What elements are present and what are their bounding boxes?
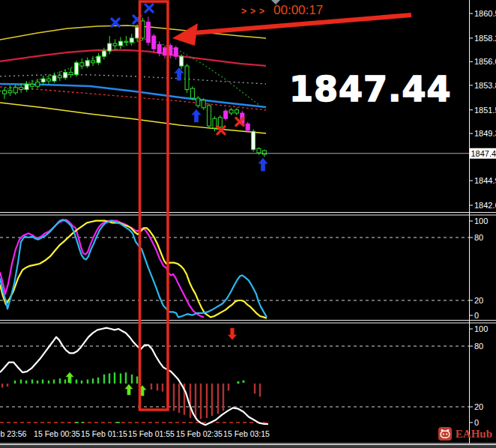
histogram-bar-green bbox=[87, 380, 88, 384]
histogram-bar-green bbox=[120, 373, 121, 384]
histogram-bar-red bbox=[228, 384, 229, 390]
histogram-bar-green bbox=[97, 378, 99, 384]
histogram-bar-green bbox=[109, 373, 110, 384]
histogram-bar-green bbox=[31, 380, 33, 384]
histogram-bar-green bbox=[20, 380, 22, 384]
next-candle-timer: >>> 00:00:17 bbox=[241, 3, 323, 18]
histogram-bar-red bbox=[259, 384, 261, 397]
histogram-bar-green bbox=[103, 375, 105, 384]
histogram-bar-red bbox=[195, 384, 196, 419]
axis-label: 20 bbox=[474, 402, 483, 411]
time-label: eb 23:56 bbox=[0, 429, 27, 438]
histogram-bar-green bbox=[37, 381, 38, 384]
histogram-bar-green bbox=[125, 372, 127, 384]
histogram-bar-green bbox=[25, 381, 27, 384]
chart-canvas[interactable]: 1847.441860.51858.21856.01853.81851.5184… bbox=[0, 0, 496, 448]
eahub-robot-icon bbox=[438, 427, 452, 441]
axis-label: 1860.5 bbox=[474, 9, 496, 18]
histogram-bar-green bbox=[64, 380, 66, 384]
axis-label: 80 bbox=[474, 233, 483, 242]
time-label: 15 Feb 00:35 bbox=[34, 429, 80, 438]
axis-label: 0 bbox=[474, 418, 479, 427]
histogram-bar-red bbox=[162, 384, 163, 392]
histogram-bar-green bbox=[59, 378, 61, 384]
histogram-bar-red bbox=[254, 384, 255, 394]
histogram-dot-green bbox=[243, 381, 245, 383]
axis-label: 100 bbox=[474, 324, 488, 333]
histogram-bar-red bbox=[211, 384, 213, 416]
axis-label: 1851.5 bbox=[474, 106, 496, 115]
axis-label: 80 bbox=[474, 342, 483, 351]
histogram-bar-green bbox=[14, 381, 16, 384]
time-label: 15 Feb 01:55 bbox=[128, 429, 175, 438]
histogram-bar-green bbox=[136, 377, 138, 384]
histogram-bar-red bbox=[7, 384, 8, 387]
histogram-bar-red bbox=[178, 384, 180, 413]
timer-countdown: 00:00:17 bbox=[273, 3, 323, 18]
axis-label: 1853.8 bbox=[474, 81, 496, 90]
histogram-bar-red bbox=[206, 384, 208, 418]
axis-label: 1856.0 bbox=[474, 57, 496, 66]
timer-chevrons: >>> bbox=[241, 6, 268, 18]
histogram-bar-red bbox=[223, 384, 224, 411]
axis-label: 100 bbox=[474, 217, 488, 225]
axis-label: 0 bbox=[474, 311, 479, 320]
histogram-bar-green bbox=[42, 380, 43, 384]
histogram-bar-green bbox=[92, 378, 94, 384]
histogram-dot-green bbox=[238, 381, 240, 384]
time-axis[interactable]: eb 23:5615 Feb 00:3515 Feb 01:1515 Feb 0… bbox=[0, 429, 270, 438]
histogram-bar-red bbox=[217, 384, 219, 414]
histogram-bar-red bbox=[151, 384, 152, 390]
histogram-bar-red bbox=[190, 384, 191, 418]
eahub-watermark: EAHub bbox=[438, 427, 492, 441]
current-price-tag-text: 1847.44 bbox=[471, 149, 496, 158]
histogram-bar-green bbox=[131, 375, 133, 384]
window-bottom-edge bbox=[0, 444, 496, 448]
histogram-bar-green bbox=[114, 372, 115, 384]
time-label: 15 Feb 02:35 bbox=[176, 429, 223, 438]
axis-label: 1858.2 bbox=[474, 34, 496, 43]
histogram-bar-green bbox=[76, 380, 77, 384]
histogram-bar-green bbox=[53, 380, 55, 384]
histogram-bar-red bbox=[1, 384, 3, 387]
axis-label: 1849.3 bbox=[474, 129, 496, 138]
axis-label: 1842.6 bbox=[474, 201, 496, 210]
histogram-bar-green bbox=[81, 381, 82, 384]
histogram-bar-green bbox=[70, 378, 71, 384]
histogram-bar-red bbox=[200, 384, 202, 419]
trading-chart-window: 1847.441860.51858.21856.01853.81851.5184… bbox=[0, 0, 496, 448]
eahub-label: EAHub bbox=[456, 428, 492, 441]
time-label: 15 Feb 01:15 bbox=[81, 429, 127, 438]
time-label: 15 Feb 03:15 bbox=[223, 429, 270, 438]
axis-label: 1844.9 bbox=[474, 176, 496, 185]
histogram-bar-green bbox=[48, 381, 49, 384]
current-price-readout: 1847.44 bbox=[289, 69, 439, 109]
histogram-bar-red bbox=[157, 384, 158, 390]
axis-label: 20 bbox=[474, 296, 483, 305]
histogram-bar-red bbox=[173, 384, 175, 411]
